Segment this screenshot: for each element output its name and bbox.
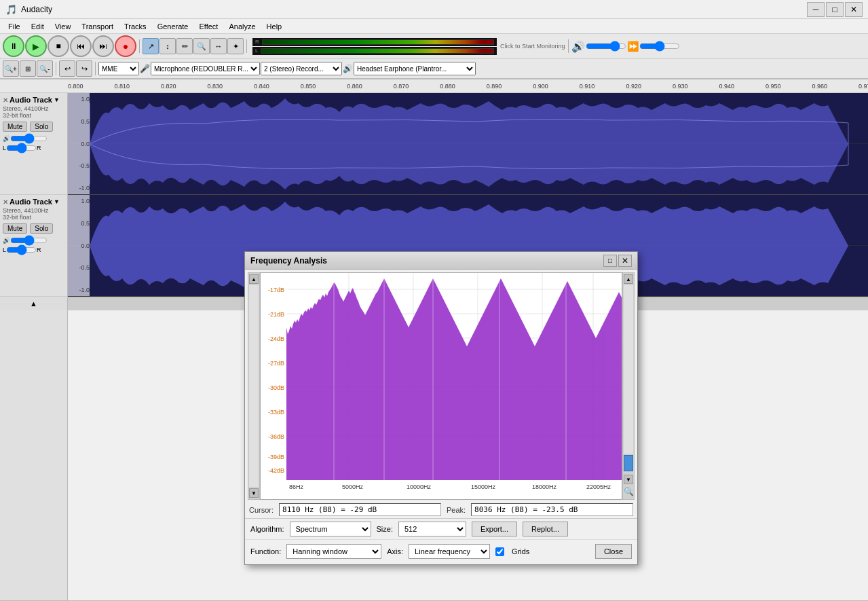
track-dropdown-icon[interactable]: ▼ [54, 96, 60, 103]
menu-item-generate[interactable]: Generate [152, 21, 194, 32]
track-2-dropdown-icon[interactable]: ▼ [54, 198, 60, 205]
replot-button[interactable]: Replot... [523, 522, 568, 536]
maximize-button[interactable]: □ [826, 2, 844, 17]
right-scroll-track[interactable] [624, 285, 633, 454]
select-tool[interactable]: ↗ [143, 38, 159, 54]
output-device-select[interactable]: Headset Earphone (Plantror... [354, 62, 476, 75]
track-2-volume-slider[interactable] [10, 236, 48, 244]
spectrum-chart-area: -17dB -21dB -24dB -27dB -30dB -33dB -36d… [260, 272, 622, 500]
ruler-tick: 0.820 [161, 83, 176, 90]
audio-host-select[interactable]: MME [98, 62, 139, 75]
spectrum-svg: -17dB -21dB -24dB -27dB -30dB -33dB -36d… [261, 273, 622, 499]
export-button[interactable]: Export... [472, 522, 517, 536]
track-2-pan-r: R [37, 247, 41, 253]
frequency-analysis-dialog[interactable]: Frequency Analysis □ ✕ ▲ ▼ [244, 251, 638, 565]
scroll-down-right-btn[interactable]: ▼ [624, 475, 633, 484]
input-device-select[interactable]: Microphone (REDOUBLER R... [151, 62, 260, 75]
multi-tool[interactable]: ✦ [227, 38, 244, 54]
expand-icon: ▲ [30, 299, 37, 308]
scroll-up-btn[interactable]: ▲ [249, 274, 259, 284]
zoom-out-btn[interactable]: 🔍- [37, 60, 53, 77]
track-2-name: Audio Track [10, 198, 52, 206]
svg-text:-17dB: -17dB [268, 287, 284, 293]
chart-container: ▲ ▼ [248, 272, 635, 500]
next-button[interactable]: ⏭ [92, 35, 114, 57]
track-1-volume: 🔊 [3, 134, 64, 143]
dialog-titlebar[interactable]: Frequency Analysis □ ✕ [245, 252, 637, 270]
svg-text:-27dB: -27dB [268, 360, 284, 367]
track-2-solo-button[interactable]: Solo [30, 223, 53, 234]
envelope-tool[interactable]: ↕ [159, 38, 176, 54]
axis-select[interactable]: Linear frequency Log frequency [409, 544, 490, 559]
tb-sep-5 [95, 62, 96, 75]
left-scrollbar[interactable]: ▲ ▼ [248, 272, 260, 500]
speed-slider[interactable] [639, 41, 680, 52]
db-label-n0-5: -0.5 [68, 162, 90, 169]
track-close-icon[interactable]: ✕ [3, 96, 8, 104]
cursor-label: Cursor: [249, 506, 273, 514]
prev-button[interactable]: ⏮ [70, 35, 92, 57]
menu-item-view[interactable]: View [50, 21, 77, 32]
right-scrollbar[interactable]: ▲ ▼ 🔍 [622, 272, 635, 500]
track-pan-slider[interactable] [6, 144, 37, 152]
mic-icon: 🎤 [140, 64, 150, 73]
ruler-tick: 0.810 [115, 83, 130, 90]
scroll-down-btn[interactable]: ▼ [249, 488, 259, 498]
menu-item-tracks[interactable]: Tracks [119, 21, 152, 32]
draw-tool[interactable]: ✏ [176, 38, 193, 54]
zoom-fit-btn[interactable]: ⊞ [20, 60, 36, 77]
cursor-value-field[interactable] [279, 503, 441, 516]
meter-bar-l [261, 48, 494, 54]
zoom-icon-right[interactable]: 🔍 [622, 486, 635, 498]
mute-button[interactable]: Mute [3, 122, 27, 132]
track-2-buttons: Mute Solo [3, 223, 64, 234]
peak-label: Peak: [447, 506, 466, 514]
volume-slider[interactable] [586, 41, 626, 52]
svg-text:22005Hz: 22005Hz [586, 484, 611, 490]
grids-checkbox[interactable] [495, 547, 504, 556]
timeshift-tool[interactable]: ↔ [210, 38, 227, 54]
track-volume-slider[interactable] [10, 134, 48, 143]
play-button[interactable]: ▶ [25, 35, 47, 57]
meter-click-label[interactable]: Click to Start Monitoring [500, 43, 565, 50]
function-select[interactable]: Rectangular Bartlett Hamming Hanning win… [286, 544, 381, 559]
dialog-close-btn[interactable]: ✕ [618, 255, 632, 267]
t2-db-n1-0: -1.0 [68, 287, 90, 293]
track-1-info1: Stereo, 44100Hz [3, 105, 64, 112]
right-scroll-thumb[interactable] [624, 455, 633, 471]
track-2-name-row: ✕ Audio Track ▼ [3, 198, 64, 206]
menu-item-file[interactable]: File [3, 21, 26, 32]
svg-text:-30dB: -30dB [268, 384, 284, 391]
menubar: FileEditViewTransportTracksGenerateEffec… [0, 19, 868, 34]
close-button[interactable]: Close [595, 544, 632, 559]
channel-select[interactable]: 2 (Stereo) Record... [261, 62, 342, 75]
dialog-maximize-btn[interactable]: □ [603, 255, 617, 267]
pause-button[interactable]: ⏸ [3, 35, 24, 57]
t2-db-n0-5: -0.5 [68, 264, 90, 271]
undo-btn[interactable]: ↩ [59, 60, 75, 77]
left-scroll-track[interactable] [249, 285, 259, 487]
record-button[interactable]: ● [115, 35, 136, 57]
track-2-pan-slider[interactable] [6, 246, 37, 254]
zoom-tool[interactable]: 🔍 [193, 38, 210, 54]
solo-button[interactable]: Solo [30, 122, 53, 132]
scroll-up-right-btn[interactable]: ▲ [624, 274, 633, 284]
ruler-tick: 0.880 [440, 83, 455, 90]
track-2-mute-button[interactable]: Mute [3, 223, 27, 234]
menu-item-transport[interactable]: Transport [76, 21, 119, 32]
svg-text:5000Hz: 5000Hz [342, 484, 364, 490]
expand-panel-button[interactable]: ▲ [0, 297, 67, 310]
size-select[interactable]: 128 256 512 1024 2048 4096 8192 [398, 522, 466, 536]
menu-item-analyze[interactable]: Analyze [223, 21, 261, 32]
algorithm-select[interactable]: Spectrum Autocorrelation Cepstrum [290, 522, 371, 536]
redo-btn[interactable]: ↪ [76, 60, 92, 77]
close-button[interactable]: ✕ [845, 2, 863, 17]
menu-item-effect[interactable]: Effect [194, 21, 224, 32]
stop-button[interactable]: ■ [48, 35, 69, 57]
zoom-in-btn[interactable]: 🔍+ [3, 60, 19, 77]
menu-item-help[interactable]: Help [261, 21, 288, 32]
peak-value-field[interactable] [471, 503, 633, 516]
track-2-close-icon[interactable]: ✕ [3, 198, 8, 206]
minimize-button[interactable]: ─ [807, 2, 825, 17]
menu-item-edit[interactable]: Edit [26, 21, 50, 32]
